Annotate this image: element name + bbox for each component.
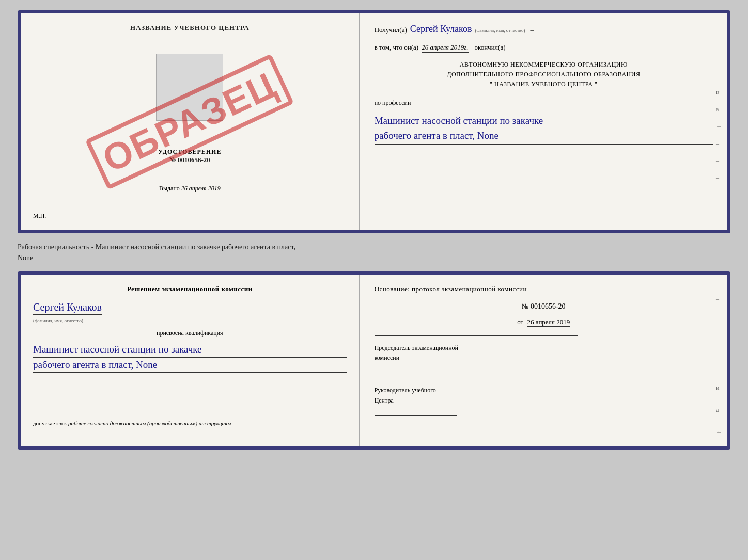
org-line1: АВТОНОМНУЮ НЕКОММЕРЧЕСКУЮ ОРГАНИЗАЦИЮ <box>375 60 713 70</box>
top-left-title: НАЗВАНИЕ УЧЕБНОГО ЦЕНТРА <box>130 24 250 32</box>
org-block: АВТОНОМНУЮ НЕКОММЕРЧЕСКУЮ ОРГАНИЗАЦИЮ ДО… <box>375 60 713 90</box>
resheniem-text: Решением экзаменационной комиссии <box>33 285 347 293</box>
ot-date-line: от 26 апреля 2019 <box>375 318 713 326</box>
kvali-block: Машинист насосной станции по закачке раб… <box>33 342 347 373</box>
bottom-line <box>33 436 347 436</box>
org-line3: " НАЗВАНИЕ УЧЕБНОГО ЦЕНТРА " <box>375 79 713 89</box>
fio-hint: (фамилия, имя, отчество) <box>475 28 525 33</box>
udostoverenie-block: УДОСТОВЕРЕНИЕ № 0010656-20 <box>158 148 221 164</box>
protocol-number: № 0010656-20 <box>375 302 713 311</box>
ot-underline <box>375 335 578 336</box>
bottom-fio-hint: (фамилия, имя, отчество) <box>33 318 83 323</box>
profession-block: Машинист насосной станции по закачке раб… <box>375 114 713 145</box>
kvali-line1: Машинист насосной станции по закачке <box>33 342 347 358</box>
middle-line1: Рабочая специальность - Машинист насосно… <box>18 243 295 251</box>
completion-date: 26 апреля 2019г. <box>422 43 468 53</box>
rukovoditel-block: Руководитель учебного Центра <box>375 386 713 415</box>
dash-after-fio: – <box>531 26 534 34</box>
middle-line2: None <box>18 254 33 262</box>
separator-line2 <box>33 394 347 394</box>
rukovoditel-line1: Руководитель учебного <box>375 386 713 395</box>
rukovoditel-line2: Центра <box>375 396 713 406</box>
bottom-fio: Сергей Кулаков <box>33 301 102 315</box>
udo-number: № 0010656-20 <box>158 156 221 164</box>
separator-line3 <box>33 406 347 406</box>
vydano-date: 26 апреля 2019 <box>181 185 221 193</box>
vtom-label: в том, что он(а) <box>375 43 419 52</box>
right-dashes-bottom: – – – – и а ← – – – – <box>716 295 722 450</box>
vydano-prefix: Выдано <box>159 185 180 192</box>
fio-block-bottom: Сергей Кулаков (фамилия, имя, отчество) <box>33 301 347 324</box>
dopuskaetsya-block: допускается к работе согласно должностны… <box>33 417 347 426</box>
stamp-placeholder <box>156 54 223 121</box>
dopusk-prefix: допускается к <box>33 420 67 426</box>
bottom-doc-left: Решением экзаменационной комиссии Сергей… <box>21 275 360 446</box>
vtom-line: в том, что он(а) 26 апреля 2019г. окончи… <box>375 43 713 53</box>
kvali-line2: рабочего агента в пласт, None <box>33 358 347 373</box>
dopusk-text: работе согласно должностным (производств… <box>68 420 231 426</box>
recipient-fio: Сергей Кулаков <box>410 24 472 36</box>
bottom-document: Решением экзаменационной комиссии Сергей… <box>18 271 730 450</box>
rukovoditel-signature-line <box>375 408 457 416</box>
top-doc-right: Получил(а) Сергей Кулаков (фамилия, имя,… <box>360 13 727 230</box>
predsedatel-line1: Председатель экзаменационной <box>375 343 713 353</box>
vydano-line: Выдано 26 апреля 2019 <box>159 185 221 193</box>
top-doc-left: НАЗВАНИЕ УЧЕБНОГО ЦЕНТРА УДОСТОВЕРЕНИЕ №… <box>21 13 360 230</box>
ot-date-value: 26 апреля 2019 <box>527 318 570 327</box>
udo-title: УДОСТОВЕРЕНИЕ <box>158 148 221 156</box>
prisvoena-text: присвоена квалификация <box>33 329 347 337</box>
ot-prefix: от <box>517 318 523 326</box>
org-line2: ДОПОЛНИТЕЛЬНОГО ПРОФЕССИОНАЛЬНОГО ОБРАЗО… <box>375 70 713 79</box>
bottom-doc-right: Основание: протокол экзаменационной коми… <box>360 275 727 446</box>
mp-label: М.П. <box>33 212 46 220</box>
separator-line1 <box>33 382 347 382</box>
profession-line2: рабочего агента в пласт, None <box>375 129 713 145</box>
profession-line1: Машинист насосной станции по закачке <box>375 114 713 130</box>
osnovanie-title: Основание: протокол экзаменационной коми… <box>375 285 713 293</box>
poluchil-line: Получил(а) Сергей Кулаков (фамилия, имя,… <box>375 24 713 36</box>
okonchil-label: окончил(а) <box>475 43 506 52</box>
predsedatel-block: Председатель экзаменационной комиссии <box>375 343 713 373</box>
right-dashes-top: – – и а ← – – – <box>716 55 722 182</box>
predsedatel-signature-line <box>375 365 457 373</box>
top-document: НАЗВАНИЕ УЧЕБНОГО ЦЕНТРА УДОСТОВЕРЕНИЕ №… <box>18 10 730 233</box>
predsedatel-line2: комиссии <box>375 353 713 363</box>
po-professii-label: по профессии <box>375 99 713 107</box>
middle-text-block: Рабочая специальность - Машинист насосно… <box>18 239 730 265</box>
poluchil-label: Получил(а) <box>375 26 407 34</box>
